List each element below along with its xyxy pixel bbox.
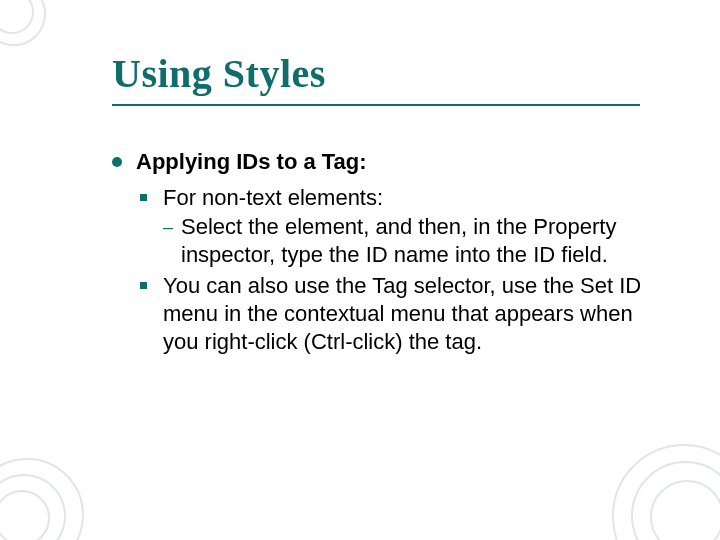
bullet-text: You can also use the Tag selector, use t… — [163, 272, 642, 356]
bullet-level-2: For non-text elements: – Select the elem… — [140, 184, 642, 269]
slide-title: Using Styles — [112, 50, 326, 97]
bullet-disc-icon — [112, 157, 122, 167]
bullet-square-icon — [140, 194, 147, 201]
bullet-level-3: – Select the element, and then, in the P… — [163, 213, 642, 269]
bullet-text: Select the element, and then, in the Pro… — [181, 213, 642, 269]
bullet-text: Applying IDs to a Tag: — [136, 148, 367, 176]
bullet-head: For non-text elements: — [163, 185, 383, 210]
title-underline — [112, 104, 640, 106]
bullet-text: For non-text elements: – Select the elem… — [163, 184, 642, 269]
bullet-dash-icon: – — [163, 213, 181, 241]
slide: Using Styles Applying IDs to a Tag: For … — [0, 0, 720, 540]
slide-body: Applying IDs to a Tag: For non-text elem… — [112, 148, 642, 358]
bullet-square-icon — [140, 282, 147, 289]
bullet-level-1: Applying IDs to a Tag: — [112, 148, 642, 176]
bullet-level-2: You can also use the Tag selector, use t… — [140, 272, 642, 356]
